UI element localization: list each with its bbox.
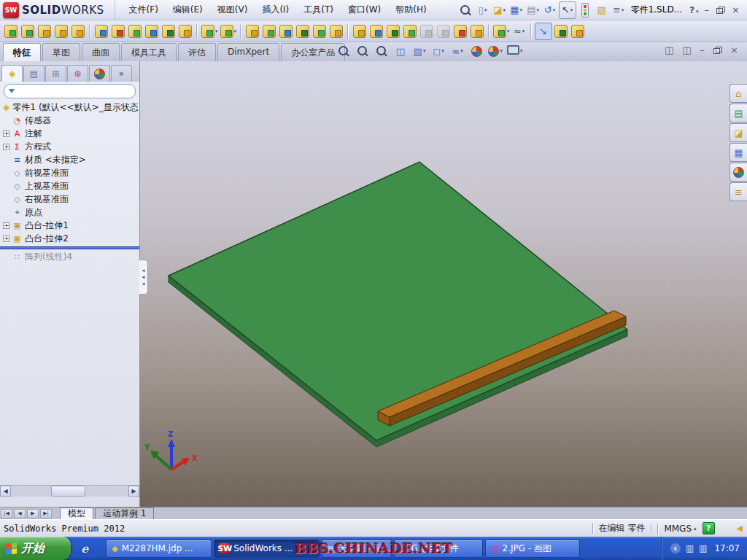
options[interactable]: ≡ (611, 2, 627, 18)
help-button[interactable]: ? (689, 5, 698, 15)
menu-edit[interactable]: 编辑(E) (166, 1, 209, 18)
view-orientation[interactable]: ▧ (411, 43, 427, 59)
appearances-scenes[interactable] (729, 163, 747, 182)
mirror[interactable] (328, 23, 344, 39)
doc-minimize-button[interactable]: – (700, 45, 705, 55)
tab-evaluate[interactable]: 评估 (178, 43, 216, 61)
nav-last[interactable]: ▶| (40, 509, 52, 518)
tab-dimxpert[interactable]: DimXpert (217, 43, 279, 61)
task-paint[interactable]: ▨ 2.JPG - 画图 (485, 540, 580, 558)
section-view[interactable]: ◫ (392, 43, 409, 59)
units-selector[interactable]: MMGS ▴ (664, 524, 696, 534)
split-pane-right-icon[interactable]: ◫ (682, 44, 691, 55)
lpattern4[interactable]: ∷ 阵列(线性)4 (0, 250, 139, 263)
swept-cut[interactable] (144, 23, 160, 39)
network-icon-2[interactable]: ▥ (699, 543, 707, 553)
open-recent-folder[interactable] (570, 23, 586, 39)
sensors[interactable]: ◔ 传感器 (0, 114, 139, 127)
status-help-icon[interactable]: ? (703, 522, 715, 534)
separator[interactable] (89, 24, 90, 39)
rebuild[interactable] (577, 2, 593, 18)
close-button[interactable]: × (732, 5, 740, 15)
annotations[interactable]: A 注解 (0, 127, 139, 140)
zoom-to-fit[interactable] (336, 43, 352, 59)
graphics-viewport[interactable]: Z Y X ⌂▤◪▦≡ (140, 61, 747, 507)
tab-motion-study[interactable]: 运动算例 1 (95, 508, 154, 519)
split-pane-left-icon[interactable]: ◫ (665, 44, 673, 55)
fillet[interactable] (201, 23, 219, 39)
expand-toggle[interactable] (3, 131, 9, 137)
tab-sketch[interactable]: 草图 (42, 43, 80, 61)
delete-body[interactable] (452, 23, 468, 39)
tab-features[interactable]: 特征 (3, 43, 41, 61)
suppressed-feature-1[interactable] (419, 23, 435, 39)
panel-overflow[interactable]: » (111, 65, 132, 82)
linear-pattern[interactable] (220, 23, 238, 39)
featuremanager-tab[interactable]: ◈ (1, 65, 23, 82)
lofted-cut[interactable] (160, 23, 177, 39)
taskpane-collapse-icon[interactable]: ◀ (737, 524, 743, 533)
zoom-to-area[interactable] (355, 43, 371, 59)
right-plane[interactable]: ◇ 右视基准面 (0, 192, 139, 206)
doc-close-button[interactable]: × (730, 45, 738, 55)
suppressed-feature-2[interactable] (436, 23, 452, 39)
combine-bodies[interactable] (469, 23, 485, 39)
expand-toggle[interactable] (3, 236, 9, 242)
file-properties[interactable]: ▧ (594, 2, 610, 18)
tray-chevron-icon[interactable]: ‹ (670, 543, 681, 553)
nav-next[interactable]: ▶ (27, 509, 39, 518)
solidworks-resources[interactable]: ⌂ (729, 84, 747, 103)
expand-toggle[interactable] (3, 222, 9, 229)
extruded-cut[interactable] (93, 23, 109, 39)
rib[interactable] (244, 23, 260, 39)
design-library[interactable]: ▤ (729, 104, 747, 122)
separator[interactable] (240, 24, 241, 39)
save[interactable]: ▦ (508, 2, 525, 18)
material[interactable]: ≡ 材质 <未指定> (0, 153, 139, 166)
tree-horizontal-scrollbar[interactable]: ◀ ▶ (0, 485, 139, 497)
undo[interactable]: ↺ (542, 2, 558, 18)
nav-first[interactable]: |◀ (1, 509, 12, 518)
draft[interactable] (261, 23, 277, 39)
tab-mold-tools[interactable]: 模具工具 (121, 43, 177, 61)
sketch-driven-pattern[interactable] (402, 23, 418, 39)
equations[interactable]: Σ 方程式 (0, 140, 139, 153)
separator[interactable] (347, 24, 349, 39)
nav-prev[interactable]: ◀ (14, 509, 26, 518)
file-explorer[interactable]: ◪ (729, 123, 747, 142)
separator[interactable] (488, 24, 489, 39)
lofted-boss[interactable] (53, 23, 69, 39)
boss-extrude1[interactable]: ▣ 凸台-拉伸1 (0, 219, 139, 232)
wrap[interactable] (295, 23, 311, 39)
rollback-bar[interactable] (0, 246, 139, 249)
restore-button[interactable] (716, 7, 724, 14)
boundary-cut[interactable] (177, 23, 193, 39)
separator[interactable] (196, 24, 198, 39)
menu-help[interactable]: 帮助(H) (389, 1, 433, 18)
edit-appearance[interactable] (468, 43, 484, 59)
task-solidworks[interactable]: SW SolidWorks ... (214, 540, 320, 558)
open-document[interactable]: ◪ (492, 2, 508, 18)
hide-show-items[interactable]: ∞ (449, 43, 465, 59)
replace-entities[interactable] (368, 23, 384, 39)
design-library-feature[interactable] (385, 23, 401, 39)
view-settings[interactable] (506, 43, 524, 59)
task-notepad[interactable]: ▤ 无标题 - 记... (322, 540, 392, 558)
scroll-right-icon[interactable]: ▶ (128, 486, 139, 497)
tree-filter-input[interactable] (4, 84, 136, 98)
search[interactable] (458, 2, 474, 18)
plate-top-face[interactable] (169, 162, 627, 440)
print[interactable]: ▤ (525, 2, 541, 18)
origin[interactable]: ⌖ 原点 (0, 206, 139, 219)
boss-extrude2[interactable]: ▣ 凸台-拉伸2 (0, 232, 139, 245)
tab-surfaces[interactable]: 曲面 (82, 43, 120, 61)
extruded-boss[interactable] (3, 23, 19, 39)
instant3d[interactable]: ↘ (535, 23, 552, 40)
menu-view[interactable]: 视图(V) (211, 1, 255, 18)
new-document[interactable]: ▯ (475, 2, 491, 18)
front-plane[interactable]: ◇ 前视基准面 (0, 166, 139, 179)
minimize-button[interactable]: – (705, 5, 710, 15)
shell[interactable] (278, 23, 294, 39)
view-palette[interactable]: ▦ (729, 143, 747, 162)
scroll-left-icon[interactable]: ◀ (0, 486, 11, 497)
